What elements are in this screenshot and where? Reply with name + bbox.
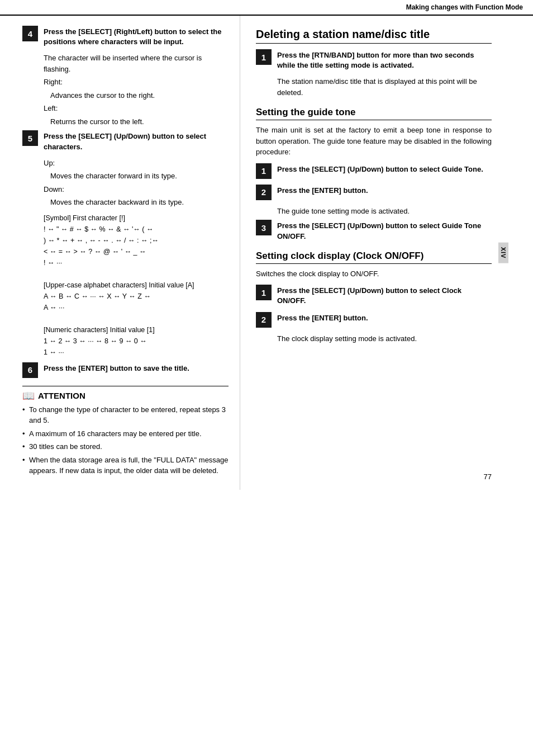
content-wrapper: 4 Press the [SELECT] (Right/Left) button… (0, 16, 533, 490)
attention-item-2: A maximum of 16 characters may be entere… (22, 428, 229, 440)
guide-step-1-label: Press the [SELECT] (Up/Down) button to s… (277, 163, 483, 174)
symbol-line3: < ↔ = ↔ > ↔ ? ↔ @ ↔ ' ↔ _ ↔ (44, 246, 229, 257)
attention-item-3: 30 titles can be stored. (22, 441, 229, 452)
page-number: 77 (484, 472, 492, 481)
guide-tone-section: Setting the guide tone The main unit is … (256, 107, 492, 241)
guide-step-3-label: Press the [SELECT] (Up/Down) button to s… (277, 220, 492, 241)
guide-step-2-desc: The guide tone setting mode is activated… (277, 206, 492, 217)
right-column: Deleting a station name/disc title 1 Pre… (240, 16, 508, 490)
step-4-label: Press the [SELECT] (Right/Left) button t… (44, 26, 229, 47)
clock-step-2-number: 2 (256, 312, 272, 328)
side-tab: XIV (498, 243, 508, 263)
attention-item-1: To change the type of character to be en… (22, 404, 229, 426)
step-5-block: 5 Press the [SELECT] (Up/Down) button to… (22, 130, 229, 152)
clock-step-1-label: Press the [SELECT] (Up/Down) button to s… (277, 285, 492, 306)
clock-section: Setting clock display (Clock ON/OFF) Swi… (256, 251, 492, 344)
guide-step-1-number: 1 (256, 163, 272, 179)
guide-step-2-block: 2 Press the [ENTER] button. (256, 185, 492, 200)
guide-step-2-number: 2 (256, 185, 272, 200)
guide-step-2-main: The guide tone setting mode is activated… (277, 206, 492, 217)
clock-step-2-block: 2 Press the [ENTER] button. (256, 312, 492, 328)
guide-step-3-block: 3 Press the [SELECT] (Up/Down) button to… (256, 220, 492, 241)
step-4-right-desc: Advances the cursor to the right. (50, 90, 229, 101)
page-header: Making changes with Function Mode (0, 0, 533, 16)
upper-line2: A ↔ ··· (44, 302, 229, 313)
guide-tone-intro: The main unit is set at the factory to e… (256, 125, 492, 158)
left-column: 4 Press the [SELECT] (Right/Left) button… (0, 16, 240, 490)
step-4-left-label: Left: (44, 103, 229, 114)
header-title: Making changes with Function Mode (406, 3, 523, 11)
step-6-label: Press the [ENTER] button to save the tit… (44, 362, 189, 374)
step-4-right-label: Right: (44, 77, 229, 88)
delete-section: Deleting a station name/disc title 1 Pre… (256, 28, 492, 98)
guide-step-1-block: 1 Press the [SELECT] (Up/Down) button to… (256, 163, 492, 179)
delete-step-1-label: Press the [RTN/BAND] button for more tha… (277, 49, 492, 70)
step-6-number: 6 (22, 362, 38, 378)
attention-title: ATTENTION (38, 391, 85, 400)
numeric-header: [Numeric characters] Initial value [1] (44, 324, 229, 336)
delete-step-1-block: 1 Press the [RTN/BAND] button for more t… (256, 49, 492, 70)
symbol-block: [Symbol] First character [!] ! ↔ " ↔ # ↔… (44, 212, 229, 358)
clock-step-1-block: 1 Press the [SELECT] (Up/Down) button to… (256, 285, 492, 306)
delete-step-1-number: 1 (256, 49, 272, 65)
delete-step-1-main: The station name/disc title that is disp… (277, 76, 492, 98)
symbol-line1: ! ↔ " ↔ # ↔ $ ↔ % ↔ & ↔ '↔ ( ↔ (44, 224, 229, 235)
clock-step-2-desc: The clock display setting mode is activa… (277, 333, 492, 344)
guide-step-3-number: 3 (256, 220, 272, 235)
upper-header: [Upper-case alphabet characters] Initial… (44, 280, 229, 291)
step-5-up-label: Up: (44, 158, 229, 169)
clock-step-2-main: The clock display setting mode is activa… (277, 333, 492, 344)
clock-step-1-number: 1 (256, 285, 272, 300)
attention-icon: 📖 (22, 391, 35, 401)
clock-step-2-label: Press the [ENTER] button. (277, 312, 368, 323)
step-5-down-desc: Moves the character backward in its type… (50, 197, 229, 208)
step-5-down-label: Down: (44, 184, 229, 195)
attention-item-4: When the data storage area is full, the … (22, 455, 229, 476)
step-4-block: 4 Press the [SELECT] (Right/Left) button… (22, 26, 229, 47)
step-4-left-desc: Returns the cursor to the left. (50, 116, 229, 127)
clock-intro: Switches the clock display to ON/OFF. (256, 268, 492, 280)
step-5-desc: Up: Moves the character forward in its t… (44, 158, 229, 208)
numeric-line2: 1 ↔ ··· (44, 347, 229, 358)
delete-heading: Deleting a station name/disc title (256, 28, 492, 44)
guide-step-2-label: Press the [ENTER] button. (277, 185, 368, 196)
step-4-desc: The character will be inserted where the… (44, 53, 229, 127)
attention-block: 📖 ATTENTION To change the type of charac… (22, 386, 229, 476)
symbol-header: [Symbol] First character [!] (44, 212, 229, 224)
upper-line1: A ↔ B ↔ C ↔ ··· ↔ X ↔ Y ↔ Z ↔ (44, 291, 229, 302)
delete-step-1-desc: The station name/disc title that is disp… (277, 76, 492, 98)
step-4-number: 4 (22, 26, 38, 41)
step-5-up-desc: Moves the character forward in its type. (50, 171, 229, 182)
step-5-number: 5 (22, 130, 38, 146)
attention-header: 📖 ATTENTION (22, 391, 229, 401)
symbol-line2: ) ↔ * ↔ + ↔ , ↔ - ↔ . ↔ / ↔ : ↔ ;↔ (44, 235, 229, 246)
step-5-label: Press the [SELECT] (Up/Down) button to s… (44, 130, 229, 152)
symbol-line4: ! ↔ ··· (44, 257, 229, 268)
guide-tone-heading: Setting the guide tone (256, 107, 492, 120)
numeric-line1: 1 ↔ 2 ↔ 3 ↔ ··· ↔ 8 ↔ 9 ↔ 0 ↔ (44, 336, 229, 347)
step-6-block: 6 Press the [ENTER] button to save the t… (22, 362, 229, 378)
clock-heading: Setting clock display (Clock ON/OFF) (256, 251, 492, 264)
step-4-main-desc: The character will be inserted where the… (44, 53, 229, 74)
attention-list: To change the type of character to be en… (22, 404, 229, 476)
